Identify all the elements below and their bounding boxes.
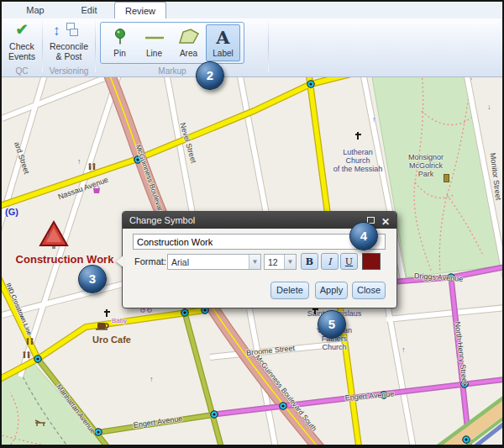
subway-g-label: (G) xyxy=(5,207,18,217)
poi-label-mcgolrick-park: Monsignor McGolrick Park xyxy=(408,153,444,178)
font-family-value: Arial xyxy=(168,257,249,267)
pushpin-icon xyxy=(102,27,137,49)
apply-button[interactable]: Apply xyxy=(315,282,348,299)
close-button[interactable]: Close xyxy=(352,282,386,299)
line-icon xyxy=(137,27,171,49)
oneway-arrow-icon: ↑ xyxy=(77,158,81,166)
tab-review[interactable]: Review xyxy=(114,2,166,18)
area-label: Area xyxy=(180,49,197,58)
label-label: Label xyxy=(213,49,233,58)
group-caption-versioning: Versioning xyxy=(43,66,95,76)
reconcile-post-button[interactable]: ↕ Reconcile & Post xyxy=(43,21,95,61)
label-tool-button[interactable]: A Label xyxy=(206,24,240,61)
delete-button[interactable]: Delete xyxy=(270,282,309,299)
area-polygon-icon xyxy=(171,27,206,49)
callout-badge-5: 5 xyxy=(318,310,346,339)
font-family-select[interactable]: Arial ▼ xyxy=(167,254,261,270)
oneway-arrow-icon: ↑ xyxy=(46,232,50,240)
line-label: Line xyxy=(146,49,162,58)
ribbon-group-markup: Pin Line Area A Label xyxy=(96,18,268,76)
poi-label-lutheran-church: Lutheran Church of the Messiah xyxy=(333,148,383,173)
dialog-title: Change Symbol xyxy=(129,215,195,225)
font-size-select[interactable]: 12 ▼ xyxy=(264,254,297,270)
group-caption-markup: Markup xyxy=(96,66,249,76)
area-tool-button[interactable]: Area xyxy=(171,24,206,61)
ribbon: ✔ Check Events QC ↕ Reconcile & Post Ver… xyxy=(2,18,502,77)
check-events-button[interactable]: ✔ Check Events xyxy=(2,21,42,61)
underline-button[interactable]: U xyxy=(340,253,358,270)
markup-tool-panel: Pin Line Area A Label xyxy=(100,22,244,64)
group-separator xyxy=(268,20,269,72)
italic-button[interactable]: I xyxy=(321,253,339,270)
church-cross-icon xyxy=(106,309,108,317)
oneway-arrow-icon: ↓ xyxy=(487,103,491,111)
reconcile-post-label: Reconcile & Post xyxy=(45,41,92,61)
ribbon-group-qc: ✔ Check Events QC xyxy=(2,18,42,76)
callout-badge-4: 4 xyxy=(349,222,378,250)
font-size-value: 12 xyxy=(265,257,284,267)
church-cross-icon xyxy=(357,132,359,140)
check-icon: ✔ xyxy=(2,21,42,41)
oneway-arrow-icon: ↑ xyxy=(150,376,154,383)
close-icon[interactable]: ✕ xyxy=(381,213,390,230)
text-color-swatch[interactable] xyxy=(362,253,381,270)
label-text-input[interactable] xyxy=(133,234,386,250)
format-label: Format: xyxy=(134,256,166,266)
construction-work-label[interactable]: Construction Work xyxy=(16,253,114,266)
ribbon-group-versioning: ↕ Reconcile & Post Versioning xyxy=(43,18,95,76)
chevron-down-icon[interactable]: ▼ xyxy=(284,255,296,269)
poi-label-baby: Baby xyxy=(112,318,127,325)
poi-label-uro-cafe: Uro Cafe xyxy=(92,335,131,345)
pin-label: Pin xyxy=(113,49,125,58)
group-caption-qc: QC xyxy=(2,66,42,76)
dialog-callout-tail xyxy=(116,256,123,267)
callout-badge-3: 3 xyxy=(78,265,107,293)
callout-badge-2: 2 xyxy=(196,61,224,90)
pin-tool-button[interactable]: Pin xyxy=(102,24,137,61)
line-tool-button[interactable]: Line xyxy=(137,24,171,61)
oneway-arrow-icon: ↑ xyxy=(402,346,406,354)
letter-a-icon: A xyxy=(207,27,239,49)
bold-button[interactable]: B xyxy=(301,253,318,270)
chevron-down-icon[interactable]: ▼ xyxy=(249,255,260,269)
application-window: Map Edit Review ✔ Check Events QC ↕ Reco… xyxy=(0,0,504,448)
monument-icon xyxy=(444,174,449,182)
tab-edit[interactable]: Edit xyxy=(69,2,109,18)
ribbon-tab-bar: Map Edit Review xyxy=(2,2,502,18)
oneway-arrow-icon: ↑ xyxy=(372,116,376,124)
check-events-label: Check Events xyxy=(3,41,40,61)
reconcile-icon: ↕ xyxy=(43,21,95,41)
tab-map[interactable]: Map xyxy=(13,2,57,18)
